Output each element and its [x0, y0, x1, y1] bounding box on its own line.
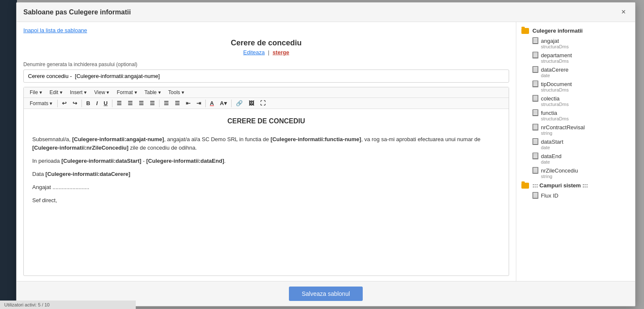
template-title: Cerere de concediu	[23, 39, 509, 47]
edit-link[interactable]: Editeaza	[243, 49, 265, 56]
folder-culegere-informatii[interactable]: Culegere informatii	[516, 25, 635, 36]
field-item-row: angajat	[532, 37, 630, 44]
editor-content[interactable]: CERERE DE CONCEDIU Subsemnatul/a, [Culeg…	[24, 109, 509, 276]
list-ul-button[interactable]: ☰	[161, 99, 171, 107]
menu-tools[interactable]: Tools ▾	[165, 89, 188, 96]
align-center-button[interactable]: ☰	[125, 99, 135, 107]
indent-out-button[interactable]: ⇤	[183, 99, 193, 107]
formats-dropdown[interactable]: Formats ▾	[26, 100, 56, 107]
field-item-tipDocument[interactable]: tipDocument structuraDms	[516, 79, 635, 94]
field-type-nrContractRevisal: string	[541, 131, 630, 136]
link-button[interactable]: 🔗	[233, 99, 245, 107]
menu-format[interactable]: Format ▾	[113, 89, 140, 96]
list-ol-button[interactable]: ☰	[172, 99, 182, 107]
doc-icon	[532, 124, 538, 131]
save-button[interactable]: Salveaza sablonul	[289, 287, 363, 301]
modal-header: Sabloane pas Culegere informatii ×	[17, 3, 635, 22]
modal-body: Inapoi la lista de sabloane Cerere de co…	[17, 22, 635, 281]
fullscreen-button[interactable]: ⛶	[258, 99, 268, 107]
folder1-label: Culegere informatii	[532, 28, 582, 34]
doc-icon	[532, 52, 538, 58]
menu-file[interactable]: File ▾	[26, 89, 45, 96]
field-type-departament: structuraDms	[541, 58, 630, 64]
doc-icon	[532, 167, 538, 174]
undo-button[interactable]: ↩	[59, 99, 69, 107]
field-name-dataStart: dataStart	[541, 139, 563, 145]
redo-button[interactable]: ↪	[70, 99, 80, 107]
paragraph5: Sef direct,	[32, 196, 500, 205]
menu-view[interactable]: View ▾	[91, 89, 112, 96]
field-item-dataCerere[interactable]: dataCerere date	[516, 65, 635, 79]
paragraph1: Subsemnatul/a, [Culegere-informatii:anga…	[32, 135, 500, 153]
field-item-angajat[interactable]: angajat structuraDms	[516, 36, 635, 50]
field-name-tipDocument: tipDocument	[541, 81, 572, 87]
divider1	[57, 100, 58, 107]
field-type-colectia: structuraDms	[541, 102, 630, 107]
field-nrZileConcediu: [Culegere-informatii:nrZileConcediu]	[32, 145, 129, 151]
field-name-departament: departament	[541, 52, 572, 58]
field-type-dataStart: date	[541, 145, 630, 150]
editor-container: File ▾ Edit ▾ Insert ▾ View ▾ Format ▾ T…	[23, 87, 509, 276]
divider2	[81, 100, 82, 107]
main-content: Inapoi la lista de sabloane Cerere de co…	[17, 22, 516, 281]
sidebar-panel: Culegere informatii angajat structuraDms	[516, 22, 635, 281]
field-item-nrZileConcediu[interactable]: nrZileConcediu string	[516, 166, 635, 180]
align-justify-button[interactable]: ☰	[147, 99, 157, 107]
field-angajat-nume: [Culegere-informatii:angajat-nume]	[72, 136, 164, 142]
field-name-dataCerere: dataCerere	[541, 67, 568, 73]
name-input[interactable]	[23, 70, 509, 83]
field-item-colectia[interactable]: colectia structuraDms	[516, 94, 635, 108]
folder2-label: ::: Campuri sistem :::	[532, 182, 588, 189]
status-bar: Utilizatori activi: 5 / 10	[0, 301, 136, 309]
field-type-functia: structuraDms	[541, 116, 630, 121]
field-type-nrZileConcediu: string	[541, 174, 630, 179]
field-item-functia[interactable]: functia structuraDms	[516, 108, 635, 122]
image-button[interactable]: 🖼	[246, 99, 257, 107]
field-item-departament[interactable]: departament structuraDms	[516, 50, 635, 65]
underline-button[interactable]: U	[101, 99, 110, 107]
paragraph2: In perioada [Culegere-informatii:dataSta…	[32, 157, 500, 166]
field-type-tipDocument: structuraDms	[541, 87, 630, 92]
doc-icon	[532, 81, 538, 87]
align-left-button[interactable]: ☰	[114, 99, 124, 107]
template-actions: Editeaza | sterge	[23, 49, 509, 56]
close-button[interactable]: ×	[619, 7, 628, 17]
field-name-nrContractRevisal: nrContractRevisal	[541, 124, 585, 131]
doc-icon	[532, 66, 538, 73]
status-text: Utilizatori activi: 5 / 10	[4, 302, 50, 307]
doc-title: CERERE DE CONCEDIU	[32, 116, 500, 127]
menu-table[interactable]: Table ▾	[141, 89, 164, 96]
menu-insert[interactable]: Insert ▾	[67, 89, 90, 96]
field-dataStart: [Culegere-informatii:dataStart]	[62, 158, 142, 164]
paragraph3: Data [Culegere-informatii:dataCerere]	[32, 170, 500, 179]
doc-icon	[532, 37, 538, 44]
editor-menubar: File ▾ Edit ▾ Insert ▾ View ▾ Format ▾ T…	[24, 87, 509, 98]
indent-in-button[interactable]: ⇥	[194, 99, 204, 107]
separator: |	[268, 49, 269, 56]
bg-color-button[interactable]: A▾	[217, 99, 229, 107]
field-item-dataEnd[interactable]: dataEnd date	[516, 151, 635, 166]
align-right-button[interactable]: ☰	[136, 99, 146, 107]
font-color-button[interactable]: A	[207, 99, 216, 107]
delete-link[interactable]: sterge	[273, 49, 289, 56]
back-link[interactable]: Inapoi la lista de sabloane	[23, 27, 509, 33]
modal-title: Sabloane pas Culegere informatii	[23, 8, 131, 16]
folder-campuri-sistem[interactable]: ::: Campuri sistem :::	[516, 180, 635, 191]
bold-button[interactable]: B	[84, 99, 92, 107]
field-name-colectia: colectia	[541, 95, 560, 102]
folder-icon	[521, 28, 529, 34]
doc-body: Subsemnatul/a, [Culegere-informatii:anga…	[32, 135, 500, 205]
folder-icon2	[521, 183, 529, 189]
field-type-dataCerere: date	[541, 73, 630, 78]
field-name-angajat: angajat	[541, 38, 559, 44]
field-item-nrContractRevisal[interactable]: nrContractRevisal string	[516, 122, 635, 137]
field-dataEnd: [Culegere-informatii:dataEnd]	[146, 158, 224, 164]
field-name-nrZileConcediu: nrZileConcediu	[541, 167, 578, 174]
divider5	[205, 100, 206, 107]
menu-edit[interactable]: Edit ▾	[46, 89, 66, 96]
field-item-dataStart[interactable]: dataStart date	[516, 137, 635, 151]
doc-icon	[532, 95, 538, 102]
italic-button[interactable]: I	[94, 99, 101, 107]
field-item-flux-id[interactable]: Flux ID	[516, 191, 635, 200]
field-type-angajat: structuraDms	[541, 44, 630, 49]
